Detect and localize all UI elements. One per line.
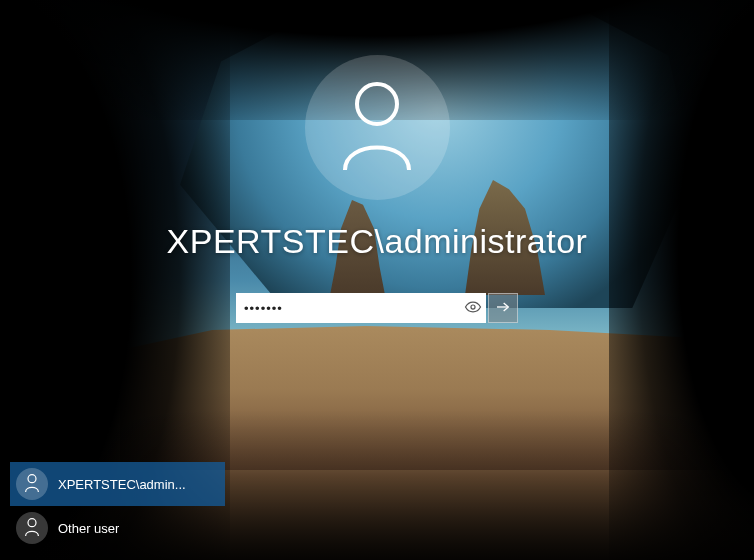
- current-username: XPERTSTEC\administrator: [167, 222, 588, 261]
- login-panel: XPERTSTEC\administrator: [0, 55, 754, 323]
- user-icon: [24, 517, 40, 540]
- user-list: XPERTSTEC\admin... Other user: [10, 462, 225, 550]
- svg-point-1: [470, 304, 474, 308]
- user-avatar-small: [16, 468, 48, 500]
- user-list-item-selected[interactable]: XPERTSTEC\admin...: [10, 462, 225, 506]
- reveal-password-button[interactable]: [458, 293, 486, 323]
- password-input[interactable]: [236, 293, 458, 323]
- login-screen: XPERTSTEC\administrator: [0, 0, 754, 560]
- eye-icon: [464, 298, 482, 319]
- svg-point-3: [28, 474, 36, 482]
- user-avatar-large: [305, 55, 450, 200]
- password-row: [236, 293, 518, 323]
- arrow-right-icon: [495, 300, 511, 317]
- svg-point-4: [28, 518, 36, 526]
- user-list-item-label: Other user: [58, 521, 119, 536]
- user-avatar-small: [16, 512, 48, 544]
- user-list-item-other[interactable]: Other user: [10, 506, 225, 550]
- user-icon: [24, 473, 40, 496]
- user-list-item-label: XPERTSTEC\admin...: [58, 477, 186, 492]
- submit-button[interactable]: [488, 293, 518, 323]
- svg-point-0: [357, 84, 397, 124]
- user-icon: [337, 78, 417, 177]
